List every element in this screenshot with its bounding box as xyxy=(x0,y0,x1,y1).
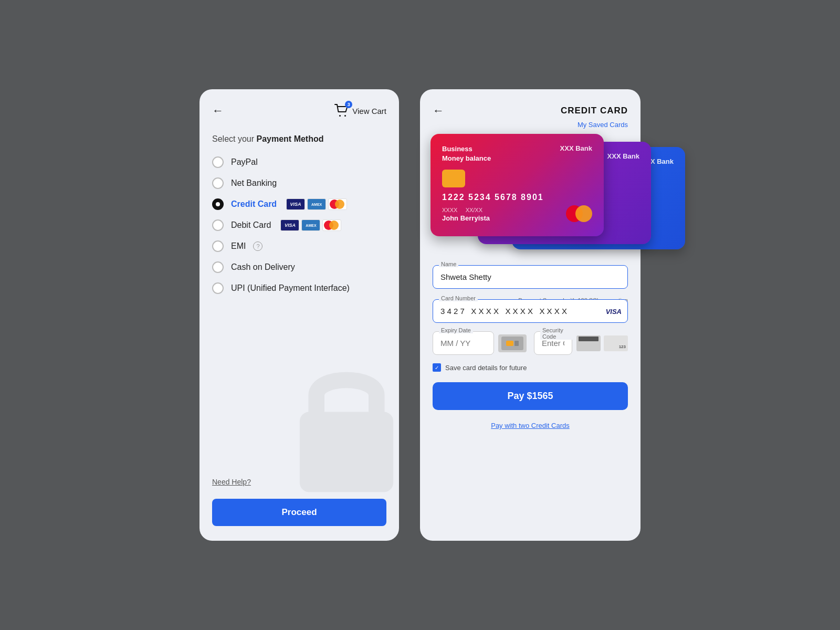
cod-radio[interactable] xyxy=(212,261,224,273)
expiry-field-group: Expiry Date xyxy=(433,331,494,355)
debit-visa-icon: VISA xyxy=(280,219,299,231)
card-expiry-label: XXXX XX/XX xyxy=(442,207,490,213)
payment-item-net-banking[interactable]: Net Banking xyxy=(212,177,386,189)
payment-item-debit-card[interactable]: Debit Card VISA AMEX xyxy=(212,219,386,231)
mastercard-icon xyxy=(328,198,347,210)
amex-icon: AMEX xyxy=(307,198,326,210)
cards-stack: XX Bank AMERICANEXPRESS XXX Bank VISA Bu… xyxy=(430,134,630,255)
payment-item-cod[interactable]: Cash on Delivery xyxy=(212,261,386,273)
payment-item-upi[interactable]: UPI (Unified Payment Interface) xyxy=(212,282,386,294)
svg-point-1 xyxy=(339,115,341,117)
card-bottom: XXXX XX/XX John Berryista xyxy=(442,205,592,222)
section-title: Select your Payment Method xyxy=(212,134,386,144)
saved-cards-link[interactable]: My Saved Cards xyxy=(420,121,640,129)
view-cart-label: View Cart xyxy=(352,107,386,116)
visa-icon: VISA xyxy=(286,198,305,210)
credit-card-panel: ← CREDIT CARD My Saved Cards XX Bank AME… xyxy=(420,89,640,541)
debit-card-radio[interactable] xyxy=(212,219,224,231)
credit-card-label: Credit Card xyxy=(231,200,277,209)
payment-method-list: PayPal Net Banking Credit Card VISA AMEX… xyxy=(212,156,386,474)
debit-amex-icon: AMEX xyxy=(301,219,320,231)
net-banking-radio[interactable] xyxy=(212,177,224,189)
name-field-label: Name xyxy=(439,261,458,267)
payment-item-emi[interactable]: EMI ? xyxy=(212,240,386,252)
panel-title: CREDIT CARD xyxy=(561,106,628,116)
cart-icon: 3 xyxy=(334,104,349,118)
name-field-group: Name xyxy=(433,265,628,289)
net-banking-label: Net Banking xyxy=(231,178,277,188)
debit-card-label: Debit Card xyxy=(231,220,271,230)
two-cards-link[interactable]: Pay with two Credit Cards xyxy=(433,422,628,429)
purple-bank-name: XXX Bank xyxy=(607,152,639,160)
debit-mc-icon xyxy=(322,219,341,231)
card-number-field-label: Card Number xyxy=(439,295,478,301)
save-card-checkbox[interactable]: ✓ xyxy=(433,363,441,372)
upi-label: UPI (Unified Payment Interface) xyxy=(231,284,350,293)
mastercard-logo xyxy=(566,205,592,222)
emi-help-icon[interactable]: ? xyxy=(253,242,262,251)
upi-radio[interactable] xyxy=(212,282,224,294)
main-bank-name: XXX Bank xyxy=(560,144,592,152)
debit-card-icons: VISA AMEX xyxy=(280,219,341,231)
paypal-radio[interactable] xyxy=(212,156,224,168)
card-business-label: BusinessMoney balance xyxy=(442,144,491,163)
credit-card-icons: VISA AMEX xyxy=(286,198,347,210)
back-button[interactable]: ← xyxy=(212,104,224,118)
cvv-field-label: Security Code xyxy=(540,327,572,340)
view-cart-button[interactable]: 3 View Cart xyxy=(334,104,386,118)
cvv-hint-images: 123 xyxy=(576,335,628,351)
card-number-field-group: Card Number VISA xyxy=(433,299,628,323)
card-holder-name: John Berryista xyxy=(442,214,490,222)
save-card-row: ✓ Save card details for future xyxy=(433,363,628,372)
expiry-field-label: Expiry Date xyxy=(439,327,473,333)
payment-item-paypal[interactable]: PayPal xyxy=(212,156,386,168)
expiry-hint-image xyxy=(498,334,527,352)
card-number-visa-icon: VISA xyxy=(606,307,622,315)
right-back-button[interactable]: ← xyxy=(433,104,444,118)
cart-badge: 3 xyxy=(345,101,352,108)
emi-radio[interactable] xyxy=(212,240,224,252)
save-card-label: Save card details for future xyxy=(445,364,527,372)
name-input[interactable] xyxy=(433,265,628,289)
right-header: ← CREDIT CARD xyxy=(420,89,640,118)
card-main[interactable]: BusinessMoney balance XXX Bank 1222 5234… xyxy=(430,134,604,236)
pay-button[interactable]: Pay $1565 xyxy=(433,382,628,410)
cvv-field-group: Security Code xyxy=(534,331,572,355)
card-number-input[interactable] xyxy=(433,299,628,323)
card-number-display: 1222 5234 5678 8901 xyxy=(442,193,592,202)
payment-method-panel: ← 3 View Cart Select your Payment Method… xyxy=(200,89,399,541)
card-form: Name Payment Secured with 128 SSL encryp… xyxy=(420,255,640,541)
card-chip xyxy=(442,170,465,187)
panel-header: ← 3 View Cart xyxy=(212,104,386,118)
proceed-button[interactable]: Proceed xyxy=(212,499,386,526)
need-help-link[interactable]: Need Help? xyxy=(212,478,386,486)
svg-point-2 xyxy=(344,115,346,117)
credit-card-radio[interactable] xyxy=(212,198,224,210)
expiry-cvv-row: Expiry Date Security Code xyxy=(433,331,628,355)
ssl-note-wrap: Payment Secured with 128 SSL encryption … xyxy=(433,297,628,323)
emi-label: EMI xyxy=(231,242,246,251)
paypal-label: PayPal xyxy=(231,158,258,167)
expiry-input[interactable] xyxy=(433,331,494,355)
cod-label: Cash on Delivery xyxy=(231,262,295,272)
payment-item-credit-card[interactable]: Credit Card VISA AMEX xyxy=(212,198,386,210)
